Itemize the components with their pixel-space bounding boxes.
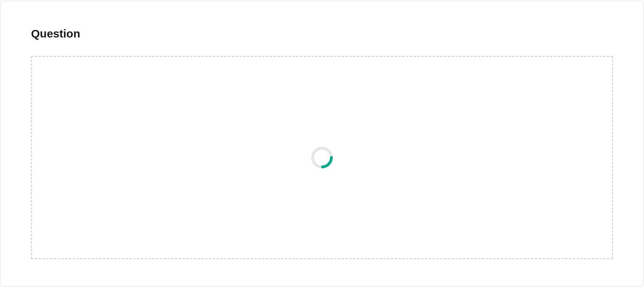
content-dropzone (31, 56, 613, 259)
section-heading: Question (31, 27, 613, 40)
question-card: Question (0, 0, 644, 287)
loading-spinner-icon (310, 146, 334, 169)
